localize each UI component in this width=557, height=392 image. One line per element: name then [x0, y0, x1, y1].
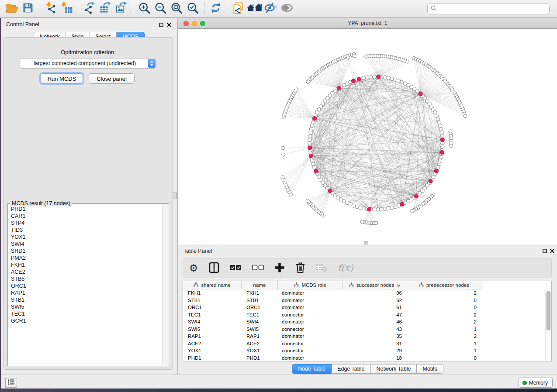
network-node[interactable] — [439, 124, 442, 127]
mcds-network-node[interactable] — [440, 151, 444, 155]
table-row[interactable]: SWI4SWI4dominator462 — [183, 318, 551, 326]
zoom-in-button[interactable] — [136, 1, 152, 16]
houses-button[interactable] — [246, 1, 263, 16]
tab-node-table[interactable]: Node Table — [292, 364, 332, 374]
open-session-button[interactable] — [3, 1, 20, 16]
mcds-result-item[interactable]: SWI4 — [9, 241, 162, 248]
network-node[interactable] — [310, 124, 314, 127]
network-node[interactable] — [439, 159, 442, 162]
mcds-network-node[interactable] — [367, 207, 371, 211]
mcds-result-item[interactable]: ORC1 — [9, 282, 162, 289]
network-canvas[interactable] — [178, 29, 557, 244]
mcds-result-item[interactable]: ACE2 — [9, 268, 162, 275]
mcds-network-node[interactable] — [308, 146, 312, 150]
mcds-result-item[interactable]: SRD1 — [9, 248, 162, 254]
network-node[interactable] — [387, 76, 390, 80]
table-row[interactable]: STB1STB1dominator620 — [183, 297, 551, 304]
mcds-network-node[interactable] — [377, 75, 381, 79]
mcds-network-node[interactable] — [414, 194, 418, 198]
network-node[interactable] — [406, 60, 409, 63]
network-node[interactable] — [387, 206, 390, 210]
table-row[interactable]: ORC1ORC1dominator610 — [183, 304, 551, 311]
mcds-network-node[interactable] — [440, 138, 444, 141]
mcds-list-scrollbar[interactable] — [162, 204, 168, 365]
network-node[interactable] — [394, 78, 397, 81]
optimization-dropdown[interactable]: largest connected component (undirected) — [20, 58, 156, 69]
zoom-selected-button[interactable] — [185, 1, 201, 16]
network-node[interactable] — [282, 153, 285, 156]
network-node[interactable] — [360, 220, 364, 224]
mcds-network-node[interactable] — [429, 179, 432, 183]
network-node[interactable] — [312, 165, 316, 169]
split-pane-handle[interactable] — [364, 241, 368, 244]
mcds-network-node[interactable] — [328, 189, 332, 193]
network-node[interactable] — [309, 127, 313, 131]
network-node[interactable] — [308, 138, 311, 141]
export-image-button[interactable] — [114, 1, 130, 16]
import-network-button[interactable] — [42, 1, 59, 16]
mcds-network-node[interactable] — [309, 154, 313, 158]
table-row[interactable]: ACE2ACE2connector311 — [183, 340, 551, 347]
network-node[interactable] — [390, 77, 394, 80]
table-row[interactable]: SWI5SWI5connector431 — [183, 326, 551, 333]
network-node[interactable] — [355, 205, 359, 208]
network-node[interactable] — [306, 199, 309, 203]
table-row[interactable]: FKH1FKH1dominator962 — [183, 289, 551, 297]
table-row[interactable]: TEC1TEC1connector472 — [183, 311, 551, 319]
network-node[interactable] — [383, 207, 387, 211]
network-node[interactable] — [308, 141, 311, 145]
network-node[interactable] — [411, 209, 414, 213]
network-window-titlebar[interactable]: YPA_prune.txt_1 — [178, 18, 557, 29]
delete-button[interactable] — [295, 262, 305, 275]
mcds-network-node[interactable] — [357, 77, 361, 81]
mcds-result-item[interactable]: TEC1 — [9, 310, 162, 317]
close-panel-icon[interactable] — [166, 22, 172, 28]
save-session-button[interactable] — [20, 1, 36, 16]
network-node[interactable] — [390, 206, 394, 210]
mcds-network-node[interactable] — [313, 117, 317, 120]
network-node[interactable] — [397, 79, 401, 83]
settings-button[interactable]: ⚙ — [189, 263, 198, 273]
zoom-fit-button[interactable] — [169, 1, 185, 16]
mcds-network-node[interactable] — [400, 202, 404, 206]
network-node[interactable] — [308, 134, 312, 138]
table-scrollbar-thumb[interactable] — [547, 291, 550, 330]
network-node[interactable] — [383, 76, 387, 79]
table-row[interactable]: RAP1RAP1dominator352 — [183, 333, 551, 340]
mcds-result-item[interactable]: GCR1 — [9, 317, 162, 324]
network-node[interactable] — [366, 76, 369, 79]
network-node[interactable] — [362, 76, 366, 80]
network-node[interactable] — [450, 144, 453, 148]
mcds-result-item[interactable]: FKH1 — [9, 261, 162, 268]
select-all-button[interactable] — [230, 263, 242, 274]
zoom-out-button[interactable] — [152, 1, 169, 16]
network-node[interactable] — [295, 88, 298, 91]
mcds-result-item[interactable]: TID3 — [9, 227, 162, 234]
network-node[interactable] — [362, 206, 366, 210]
mcds-network-node[interactable] — [337, 86, 341, 90]
mcds-network-node[interactable] — [434, 169, 438, 173]
mcds-network-node[interactable] — [314, 169, 318, 173]
float-table-panel-icon[interactable] — [542, 248, 547, 254]
apply-layout-button[interactable] — [208, 1, 224, 16]
network-node[interactable] — [309, 131, 312, 134]
add-button[interactable] — [274, 262, 285, 275]
network-node[interactable] — [439, 127, 443, 131]
network-node[interactable] — [373, 75, 376, 79]
network-node[interactable] — [281, 175, 284, 179]
float-panel-icon[interactable] — [158, 22, 164, 28]
run-mcds-button[interactable]: Run MCDS — [41, 73, 83, 84]
column-header-MCDS-role[interactable]: MCDS role — [278, 281, 343, 289]
deselect-all-button[interactable] — [252, 263, 264, 274]
network-node[interactable] — [380, 207, 383, 211]
task-history-button[interactable] — [5, 378, 17, 388]
close-table-panel-icon[interactable] — [549, 248, 555, 254]
network-node[interactable] — [311, 120, 315, 124]
network-node[interactable] — [439, 155, 443, 159]
network-node[interactable] — [373, 208, 376, 211]
tab-network-table[interactable]: Network Table — [371, 364, 417, 374]
network-node[interactable] — [359, 206, 362, 210]
export-table-button[interactable] — [97, 1, 114, 16]
network-node[interactable] — [440, 134, 444, 138]
network-node[interactable] — [437, 162, 441, 166]
